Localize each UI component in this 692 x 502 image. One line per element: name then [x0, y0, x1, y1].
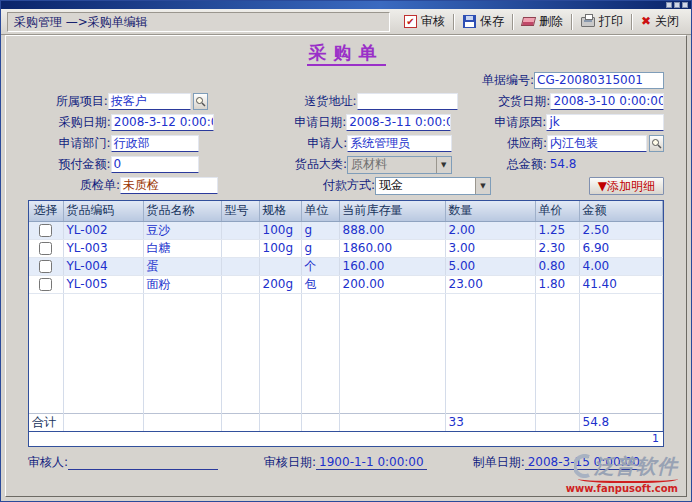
qc-sheet-label: 质检单: [28, 177, 120, 194]
total-qty: 33 [445, 413, 535, 431]
form-panel: 采购单 单据编号: CG-20080315001 所属项目: 按客户 送货地址:… [5, 35, 687, 497]
cell-model [221, 221, 259, 239]
apply-reason-field[interactable]: jk [546, 114, 664, 131]
total-amount-field: 54.8 [547, 156, 664, 173]
magnifier-icon [195, 96, 206, 107]
cell-name: 面粉 [143, 275, 221, 293]
cell-spec: 200g [259, 275, 301, 293]
row-select-cell [29, 239, 63, 257]
project-field[interactable]: 按客户 [108, 93, 191, 110]
auditor-field[interactable] [68, 455, 218, 470]
close-button[interactable]: 关闭 [635, 10, 685, 33]
toolbar-separator [453, 14, 455, 30]
logo-fan-icon [574, 454, 592, 478]
filler-cell [259, 293, 301, 413]
cell-name: 豆沙 [143, 221, 221, 239]
cell-qty: 23.00 [445, 275, 535, 293]
total-label: 合计 [29, 413, 63, 431]
add-detail-button[interactable]: ▼添加明细 [589, 177, 664, 195]
save-disk-icon [463, 15, 476, 28]
form-row-2: 采购日期: 2008-3-12 0:00:00 申请日期: 2008-3-11 … [28, 112, 664, 133]
breadcrumb: 采购管理 —>采购单编辑 [7, 12, 390, 32]
table-row: YL-005面粉200g包200.0023.001.8041.40 [29, 275, 663, 293]
total-amount: 54.8 [579, 413, 663, 431]
total-empty-cell [259, 413, 301, 431]
row-select-checkbox[interactable] [39, 242, 52, 255]
col-header-name[interactable]: 货品名称 [143, 201, 221, 221]
page-title-text: 采购单 [307, 42, 386, 66]
col-header-spec[interactable]: 规格 [259, 201, 301, 221]
doc-no-label: 单据编号: [446, 72, 534, 89]
cell-unit: g [301, 239, 339, 257]
col-header-qty[interactable]: 数量 [445, 201, 535, 221]
chevron-down-icon: ▼ [436, 157, 451, 173]
applicant-field[interactable]: 系统管理员 [347, 135, 452, 152]
supplier-field[interactable]: 内江包装 [547, 135, 646, 152]
save-button[interactable]: 保存 [457, 10, 510, 33]
app-window: 采购管理 —>采购单编辑 审核 保存 删除 打印 关闭 采购单 [0, 0, 692, 502]
cell-qty: 2.00 [445, 221, 535, 239]
qc-sheet-field: 未质检 [120, 177, 218, 194]
toolbar-separator [571, 14, 573, 30]
apply-date-field[interactable]: 2008-3-11 0:00:00 [346, 114, 451, 131]
cell-amount: 4.00 [579, 257, 663, 275]
table-row: YL-002豆沙100gg888.002.001.252.50 [29, 221, 663, 239]
delete-button[interactable]: 删除 [516, 10, 569, 33]
payment-method-select[interactable]: 现金 ▼ [375, 177, 491, 195]
form-row-3: 申请部门: 行政部 申请人: 系统管理员 供应商: 内江包装 [28, 133, 664, 154]
print-button[interactable]: 打印 [575, 10, 629, 33]
supplier-lookup-button[interactable] [649, 135, 664, 152]
create-date-label: 制单日期: [473, 454, 525, 471]
window-controls [666, 2, 688, 8]
prepaid-amount-field[interactable]: 0 [111, 156, 200, 173]
audit-button-label: 审核 [421, 13, 445, 30]
col-header-price[interactable]: 单价 [535, 201, 579, 221]
minimize-button[interactable] [666, 2, 672, 8]
delete-button-label: 删除 [539, 13, 563, 30]
maximize-button[interactable] [674, 2, 680, 8]
form-row-1: 所属项目: 按客户 送货地址: 交货日期: 2008-3-10 0:00:00 [28, 91, 664, 112]
cell-stock: 888.00 [339, 221, 445, 239]
col-header-stock[interactable]: 当前库存量 [339, 201, 445, 221]
total-empty-cell [535, 413, 579, 431]
row-select-checkbox[interactable] [39, 224, 52, 237]
apply-dept-field[interactable]: 行政部 [111, 135, 200, 152]
row-select-cell [29, 275, 63, 293]
close-x-icon [641, 15, 651, 28]
col-header-model[interactable]: 型号 [221, 201, 259, 221]
delivery-address-label: 送货地址: [280, 93, 356, 110]
row-select-cell [29, 221, 63, 239]
row-select-checkbox[interactable] [39, 278, 52, 291]
filler-cell [445, 293, 535, 413]
row-select-checkbox[interactable] [39, 260, 52, 273]
goods-category-select[interactable]: 原材料 ▼ [347, 156, 452, 174]
delivery-address-field[interactable] [357, 93, 458, 110]
cell-model [221, 257, 259, 275]
supplier-label: 供应商: [468, 135, 547, 152]
col-header-code[interactable]: 货品编码 [63, 201, 143, 221]
audit-date-value: 1900-1-1 0:00:00 [316, 455, 427, 470]
window-titlebar [1, 1, 691, 9]
form-row-doc-no: 单据编号: CG-20080315001 [28, 70, 664, 91]
apply-dept-label: 申请部门: [28, 135, 111, 152]
delivery-date-field[interactable]: 2008-3-10 0:00:00 [550, 93, 664, 110]
purchase-date-field[interactable]: 2008-3-12 0:00:00 [111, 114, 214, 131]
col-header-select[interactable]: 选择 [29, 201, 63, 221]
cell-stock: 1860.00 [339, 239, 445, 257]
project-lookup-button[interactable] [193, 93, 208, 110]
close-window-button[interactable] [682, 2, 688, 8]
project-label: 所属项目: [28, 93, 108, 110]
cell-price: 1.80 [535, 275, 579, 293]
purchase-date-label: 采购日期: [28, 114, 111, 131]
grid-total-row: 合计 33 54.8 [29, 413, 663, 431]
col-header-amount[interactable]: 金额 [579, 201, 663, 221]
col-header-unit[interactable]: 单位 [301, 201, 339, 221]
apply-reason-label: 申请原因: [467, 114, 546, 131]
applicant-label: 申请人: [268, 135, 347, 152]
printer-icon [581, 17, 595, 27]
total-amount-label: 总金额: [468, 156, 547, 173]
cell-model [221, 239, 259, 257]
cell-stock: 160.00 [339, 257, 445, 275]
audit-button[interactable]: 审核 [398, 10, 451, 33]
doc-no-field[interactable]: CG-20080315001 [534, 72, 664, 89]
